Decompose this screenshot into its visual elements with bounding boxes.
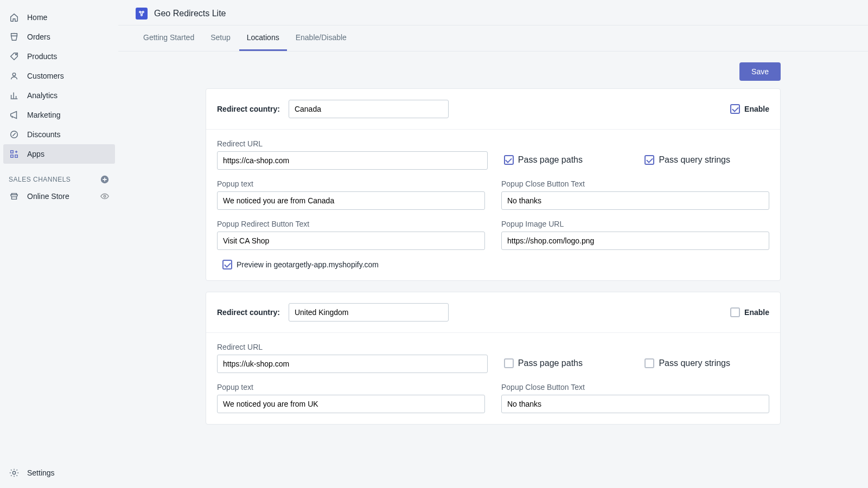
redirect-country-label: Redirect country: (217, 105, 280, 113)
enable-label: Enable (744, 308, 769, 317)
nav-label: Analytics (27, 91, 58, 100)
sidebar-item-orders[interactable]: Orders (0, 27, 118, 47)
redirect-url-label: Redirect URL (217, 343, 488, 351)
nav-label: Apps (27, 150, 44, 158)
sidebar-item-settings[interactable]: Settings (0, 463, 118, 488)
orders-icon (9, 31, 20, 42)
popup-text-input[interactable] (217, 395, 485, 413)
redirect-url-label: Redirect URL (217, 139, 488, 148)
discounts-icon (9, 129, 20, 140)
popup-text-label: Popup text (217, 179, 485, 188)
home-icon (9, 12, 20, 23)
preview-checkbox[interactable] (222, 260, 232, 269)
svg-point-11 (141, 14, 143, 16)
eye-icon[interactable] (100, 191, 110, 201)
pass-query-label: Pass query strings (659, 358, 730, 368)
tabs: Getting Started Setup Locations Enable/D… (118, 25, 868, 52)
svg-rect-4 (11, 155, 14, 158)
sidebar-item-home[interactable]: Home (0, 8, 118, 27)
products-icon (9, 51, 20, 62)
pass-paths-label: Pass page paths (518, 358, 583, 368)
country-select[interactable]: Canada (289, 100, 449, 118)
nav-label: Online Store (27, 192, 69, 201)
popup-close-label: Popup Close Button Text (501, 179, 769, 188)
sidebar-item-apps[interactable]: Apps (3, 144, 115, 164)
popup-image-input[interactable] (501, 232, 769, 250)
tab-getting-started[interactable]: Getting Started (136, 25, 202, 51)
popup-close-input[interactable] (501, 191, 769, 210)
tab-setup[interactable]: Setup (203, 25, 238, 51)
redirect-url-input[interactable] (217, 355, 488, 373)
popup-close-label: Popup Close Button Text (501, 383, 769, 391)
add-channel-icon[interactable] (100, 175, 110, 184)
sidebar-item-customers[interactable]: Customers (0, 66, 118, 86)
pass-paths-label: Pass page paths (518, 155, 583, 165)
nav-label: Marketing (27, 111, 60, 119)
nav-label: Settings (27, 468, 55, 477)
tab-locations[interactable]: Locations (239, 25, 287, 51)
pass-query-label: Pass query strings (659, 155, 730, 165)
pass-paths-checkbox[interactable] (504, 358, 514, 368)
redirect-card-canada: Redirect country: Canada Enable Redirect… (206, 88, 781, 281)
svg-point-1 (12, 73, 15, 76)
sales-channels-header: SALES CHANNELS (0, 171, 118, 187)
preview-label: Preview in geotargetly-app.myshopify.com (237, 260, 379, 269)
marketing-icon (9, 110, 20, 120)
nav-label: Home (27, 13, 47, 22)
popup-redirect-label: Popup Redirect Button Text (217, 220, 485, 228)
svg-point-7 (104, 195, 106, 197)
nav-label: Customers (27, 72, 64, 80)
svg-rect-5 (15, 155, 18, 158)
svg-rect-3 (11, 151, 14, 153)
app-title: Geo Redirects Lite (154, 9, 226, 18)
popup-image-label: Popup Image URL (501, 220, 769, 228)
nav-label: Discounts (27, 130, 60, 139)
nav-label: Orders (27, 33, 50, 41)
content: Save Redirect country: Canada Enable Red… (118, 52, 868, 488)
main-panel: Geo Redirects Lite Getting Started Setup… (118, 0, 868, 488)
svg-point-0 (16, 54, 17, 55)
sidebar-item-analytics[interactable]: Analytics (0, 86, 118, 105)
enable-checkbox[interactable] (730, 104, 740, 114)
nav-list: Home Orders Products Customers Analytics… (0, 8, 118, 164)
country-select[interactable]: United Kingdom (289, 303, 449, 322)
analytics-icon (9, 90, 20, 101)
save-button[interactable]: Save (739, 62, 781, 81)
popup-text-input[interactable] (217, 191, 485, 210)
app-header: Geo Redirects Lite (118, 0, 868, 25)
nav-label: Products (27, 52, 57, 61)
sidebar-item-online-store[interactable]: Online Store (0, 187, 118, 206)
app-logo-icon (136, 8, 148, 20)
tab-enable-disable[interactable]: Enable/Disable (288, 25, 354, 51)
section-label: SALES CHANNELS (9, 176, 71, 183)
customers-icon (9, 70, 20, 81)
redirect-country-label: Redirect country: (217, 308, 280, 317)
enable-label: Enable (744, 105, 769, 113)
redirect-url-input[interactable] (217, 151, 488, 170)
redirect-card-uk: Redirect country: United Kingdom Enable … (206, 292, 781, 425)
pass-query-checkbox[interactable] (644, 155, 654, 165)
sidebar-item-products[interactable]: Products (0, 47, 118, 66)
popup-redirect-input[interactable] (217, 232, 485, 250)
gear-icon (9, 467, 20, 478)
apps-icon (9, 149, 20, 159)
sidebar-item-discounts[interactable]: Discounts (0, 125, 118, 144)
popup-text-label: Popup text (217, 383, 485, 391)
sidebar: Home Orders Products Customers Analytics… (0, 0, 118, 488)
pass-query-checkbox[interactable] (644, 358, 654, 368)
sidebar-item-marketing[interactable]: Marketing (0, 105, 118, 125)
svg-point-8 (12, 471, 15, 474)
popup-close-input[interactable] (501, 395, 769, 413)
pass-paths-checkbox[interactable] (504, 155, 514, 165)
store-icon (9, 191, 20, 202)
enable-checkbox[interactable] (730, 307, 740, 317)
